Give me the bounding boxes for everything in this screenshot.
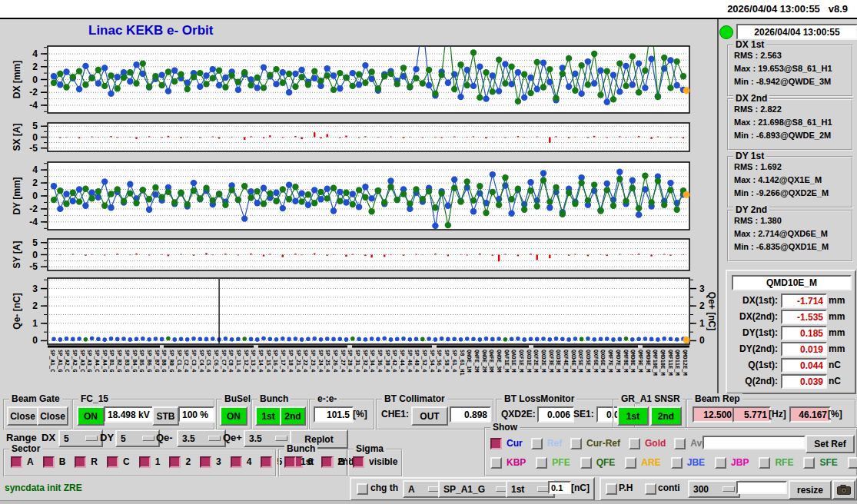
svg-text:2: 2 — [32, 300, 38, 311]
bunch-1st-button[interactable]: 1st — [255, 406, 281, 426]
checkbox-C[interactable] — [107, 456, 118, 468]
checkbox-SFE[interactable] — [803, 457, 815, 469]
bunch-2nd-button[interactable]: 2nd — [280, 406, 306, 426]
checkbox-PFE[interactable] — [536, 457, 547, 469]
checkbox-1[interactable] — [139, 456, 151, 468]
checkbox-label: Cur — [507, 438, 523, 449]
svg-text:0: 0 — [32, 75, 38, 85]
resize-button[interactable]: resize — [789, 480, 832, 499]
checkbox-KBP[interactable] — [490, 457, 502, 469]
svg-text:SP_C1_4: SP_C1_4 — [176, 350, 182, 373]
svg-text:SP_A2_C: SP_A2_C — [64, 350, 70, 373]
checkbox-3[interactable] — [200, 456, 211, 468]
beam-gate-close-button-2[interactable]: Close — [37, 406, 68, 426]
range-dx-label: DX — [42, 432, 55, 443]
show-row-1: CurRefCur-RefGoldAve10 — [490, 436, 717, 451]
chg-th-checkbox[interactable] — [357, 483, 368, 495]
sigma-row: visible — [353, 455, 397, 469]
che1-out-button[interactable]: OUT — [411, 406, 448, 426]
svg-text:QWFE_3M: QWFE_3M — [488, 350, 494, 373]
ph-label: P.H — [619, 482, 633, 493]
checkbox-2[interactable] — [169, 456, 181, 468]
svg-text:QMD10E_M: QMD10E_M — [659, 350, 666, 376]
checkbox-JBE[interactable] — [671, 457, 683, 469]
fc15-on-button[interactable]: ON — [77, 406, 105, 426]
checkbox-ZRE[interactable] — [848, 457, 857, 469]
screenshot-button[interactable] — [832, 480, 855, 499]
threshold-panel: chg th A SP_A1_G 1st [nC] — [350, 477, 595, 501]
interval-option[interactable]: 300 — [688, 480, 740, 498]
checkbox-Ref[interactable] — [531, 438, 543, 449]
checkbox-label: 4 — [247, 456, 252, 467]
checkbox-ARE[interactable] — [625, 457, 636, 469]
checkbox-A[interactable] — [11, 456, 22, 468]
svg-text:SP_11_4: SP_11_4 — [235, 350, 241, 373]
checkbox-visible[interactable] — [353, 456, 364, 468]
checkbox-item-Gold: Gold — [629, 438, 666, 449]
svg-text:SP_15_4: SP_15_4 — [265, 350, 271, 373]
svg-text:SP_B6_G: SP_B6_G — [146, 350, 152, 373]
svg-text:SP_61_4: SP_61_4 — [451, 350, 457, 373]
conti-checkbox[interactable] — [645, 483, 656, 495]
stats-group-DX-1st: DX 1stRMS : 2.563 Max : 19.653@S8_61_H1 … — [727, 45, 853, 97]
busel-on-button[interactable]: ON — [220, 406, 247, 426]
ee-ratio-unit: [%] — [353, 409, 367, 419]
checkbox-Cur-Ref[interactable] — [570, 438, 582, 449]
range-qem-value: 3.5 — [182, 433, 195, 444]
checkbox-item-1: 1 — [139, 456, 161, 468]
checkbox-Cur[interactable] — [490, 438, 502, 449]
bt-collimator-group: BT Collimator CHE1: OUT 0.898 — [376, 399, 494, 430]
checkbox-item-SFE: SFE — [803, 457, 837, 469]
svg-text:QMF7E_M: QMF7E_M — [607, 350, 613, 373]
beam-rep-hz-unit: [Hz] — [769, 409, 786, 419]
checkbox-JBP[interactable] — [715, 457, 726, 469]
checkbox-label: ARE — [641, 457, 660, 468]
ref-name-input[interactable] — [703, 436, 806, 449]
ph-checkbox[interactable] — [606, 483, 617, 495]
range-dx-option[interactable]: 5 — [58, 429, 103, 447]
svg-text:QXD3E_M: QXD3E_M — [555, 350, 561, 373]
checkbox-R[interactable] — [75, 456, 86, 468]
checkbox-QFE[interactable] — [580, 457, 592, 469]
checkbox-5[interactable] — [261, 456, 272, 468]
checkbox-label: B — [59, 456, 66, 467]
checkbox-RFE[interactable] — [759, 457, 770, 469]
checkbox-Ave10[interactable] — [674, 438, 686, 449]
svg-text:SP_58_4: SP_58_4 — [443, 350, 450, 373]
show-label: Show — [490, 422, 520, 433]
svg-text:SP_C5_4: SP_C5_4 — [205, 350, 211, 373]
stats-group-title: DY 2nd — [733, 204, 769, 215]
svg-text:SP_C4_4: SP_C4_4 — [198, 350, 204, 373]
svg-text:SP_44_4: SP_44_4 — [399, 350, 405, 373]
set-ref-button[interactable]: Set Ref — [806, 435, 855, 453]
fc15-stb-button[interactable]: STB — [152, 406, 179, 426]
checkbox-B[interactable] — [43, 456, 55, 468]
beam-gate-close-button-1[interactable]: Close — [7, 406, 38, 426]
range-dy-option[interactable]: 5 — [115, 429, 160, 447]
checkbox-4[interactable] — [231, 456, 242, 468]
checkbox-2nd[interactable] — [321, 456, 333, 468]
chg-th-label: chg th — [370, 482, 398, 493]
gr-a1-2nd-button[interactable]: 2nd — [650, 406, 682, 426]
bunch-select-label: Bunch — [284, 443, 317, 454]
checkbox-1st[interactable] — [284, 456, 296, 468]
checkbox-label: A — [27, 456, 34, 467]
threshold-input[interactable] — [548, 481, 571, 494]
sector-group: Sector ABRC123456BT — [3, 449, 277, 477]
svg-text:QXD2E_M: QXD2E_M — [540, 350, 546, 373]
sigma-label: Sigma — [354, 443, 386, 454]
range-qep-value: 3.5 — [249, 433, 262, 444]
range-qem-option[interactable]: 3.5 — [177, 429, 226, 447]
svg-text:SP_A4_G: SP_A4_G — [101, 350, 108, 373]
spare-input[interactable] — [736, 481, 787, 494]
bpm-option[interactable]: SP_A1_G — [438, 480, 513, 498]
svg-text:SP_22_4: SP_22_4 — [302, 350, 308, 373]
gr-a1-1st-button[interactable]: 1st — [617, 406, 649, 426]
checkbox-Gold[interactable] — [629, 438, 640, 449]
checkbox-item-Cur: Cur — [490, 438, 523, 449]
monitor-row-label: Q(1st): — [729, 360, 778, 370]
stats-min: Min : -6.893@QWDE_2M — [734, 131, 831, 140]
svg-text:1: 1 — [32, 318, 38, 329]
stats-rms: RMS : 2.822 — [734, 104, 782, 114]
stats-min: Min : -8.942@QWDE_3M — [734, 77, 831, 86]
